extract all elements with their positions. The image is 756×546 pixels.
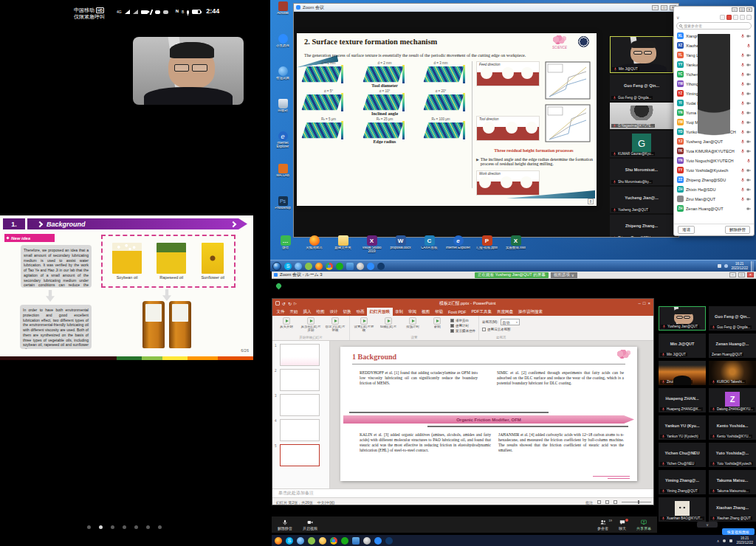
tab-insert[interactable]: 插入 bbox=[300, 308, 314, 316]
collapse-chevron-icon[interactable]: ∨ bbox=[676, 15, 679, 20]
dot-2-active[interactable] bbox=[99, 525, 103, 529]
taskbar-app-icon[interactable] bbox=[319, 537, 326, 545]
participant-search-input[interactable]: 搜索参会者 bbox=[676, 22, 752, 30]
desktop-icon-ie[interactable]: eInternet Explorer bbox=[272, 131, 294, 149]
tab-animations[interactable]: 动画 bbox=[354, 308, 367, 316]
tray-icon2[interactable] bbox=[729, 539, 732, 542]
grid-tile[interactable]: Xiaohan Zhang...Xiaohan Zhang @QUT bbox=[709, 497, 756, 522]
undo-icon[interactable]: ↺ bbox=[282, 301, 286, 306]
start-video-control[interactable]: 开启视频 bbox=[303, 519, 317, 531]
comments-button[interactable]: 批注 bbox=[585, 500, 593, 505]
hide-slide-button[interactable]: 隐藏幻灯片 bbox=[377, 317, 399, 334]
panel-close-button[interactable]: × bbox=[746, 7, 752, 12]
tab-review[interactable]: 审阅 bbox=[406, 308, 419, 316]
tab-baidu-pan[interactable]: 百度网盘 bbox=[494, 308, 515, 316]
reaction-clap-icon[interactable] bbox=[720, 15, 725, 20]
tab-slideshow-active[interactable]: 幻灯片放映 bbox=[367, 308, 393, 316]
redo-icon[interactable]: ↻ bbox=[288, 301, 292, 306]
taskbar-chrome-icon[interactable] bbox=[330, 537, 337, 545]
grid-collapse-chevron[interactable]: ∨ bbox=[697, 522, 718, 528]
taskbar-app-icon[interactable] bbox=[357, 263, 364, 270]
taskbar-chrome-icon[interactable] bbox=[326, 263, 333, 270]
from-current-slide-button[interactable]: 从当前幻灯片开始 bbox=[300, 317, 322, 334]
taskbar-photos-icon[interactable] bbox=[346, 263, 354, 270]
tray-icon-1[interactable] bbox=[718, 264, 721, 268]
raise-hand-icon[interactable] bbox=[733, 15, 738, 20]
chat-control[interactable]: 聊天 bbox=[619, 519, 626, 531]
desktop-icon-firefox[interactable]: 火狐浏览器 bbox=[300, 235, 328, 254]
sorter-view-icon[interactable] bbox=[605, 500, 609, 504]
record-button[interactable]: 录制 bbox=[426, 317, 448, 334]
ppt-slide[interactable]: 1 Background REDDYHOFF et al. [1] found … bbox=[340, 347, 637, 481]
dot-7[interactable] bbox=[158, 525, 162, 529]
thumbnail-4[interactable]: 4 bbox=[275, 419, 327, 441]
grid-tile[interactable]: Zenan Huang@...Zenan Huang@QUT bbox=[709, 334, 756, 358]
grid-tile-yusheng[interactable]: Yusheng Jian@QUT bbox=[659, 306, 706, 331]
grid-tile[interactable]: Huapeng ZHAN...Huapeng ZHANG@K... bbox=[659, 388, 706, 412]
strip-tile-guofeng[interactable]: Guo Feng @ Qin...Guo Feng @ Qingda... bbox=[610, 75, 673, 101]
taskbar-wechat-icon[interactable] bbox=[336, 263, 343, 270]
share-screen-control[interactable]: 共享屏幕 bbox=[636, 519, 651, 531]
reaction-more-icon[interactable] bbox=[746, 15, 752, 20]
taskbar-360-icon[interactable] bbox=[305, 263, 312, 270]
grid-tile[interactable]: Yiming Zhang@...Yiming Zhang@QUT bbox=[659, 470, 706, 494]
show-desktop-button[interactable] bbox=[751, 261, 754, 272]
tab-file[interactable]: 文件 bbox=[274, 308, 287, 316]
tab-foxit[interactable]: Foxit PDF bbox=[446, 308, 469, 316]
tray-icon[interactable] bbox=[723, 539, 726, 542]
panel-maximize-button[interactable]: □ bbox=[739, 7, 745, 12]
thumbnail-5-selected[interactable]: 5 bbox=[275, 444, 327, 466]
participant-row[interactable]: ZHZhixin He@SDU bbox=[674, 184, 754, 194]
minimize-button[interactable]: – bbox=[639, 301, 641, 305]
taskbar-wechat-icon[interactable] bbox=[341, 537, 348, 545]
presenter-view-checkbox[interactable]: 使用演示者视图 bbox=[482, 328, 520, 331]
grid-tile[interactable]: Yankun YU (Kyu...Yankun YU (Kyutech) bbox=[659, 415, 706, 440]
strip-tile-kumar[interactable]: GKUMAR Gaurav@Kyu... bbox=[610, 131, 673, 157]
panel-minimize-button[interactable]: – bbox=[732, 7, 738, 12]
strip-tile-zhipeng[interactable]: Zhipeng Zhang...Zhipeng Zhang@SDU bbox=[610, 215, 673, 237]
use-timings-checkbox[interactable]: 使用计时 bbox=[450, 324, 475, 328]
from-beginning-button[interactable]: 从头开始 bbox=[275, 317, 298, 334]
tray-chevron[interactable]: ∧ bbox=[717, 539, 720, 543]
tray-icon-2[interactable] bbox=[724, 264, 728, 268]
desktop-icon-excel-file[interactable]: X实验数据.xlsx bbox=[502, 235, 529, 254]
taskbar-zoom-icon[interactable] bbox=[367, 263, 374, 270]
participant-row[interactable]: ZHZenan Huang@QUT bbox=[674, 204, 754, 213]
dot-1[interactable] bbox=[87, 525, 91, 529]
notes-pane[interactable]: 单击此处添加备注 bbox=[272, 488, 654, 497]
taskbar-browser-icon[interactable] bbox=[295, 263, 302, 270]
slideshow-quick-icon[interactable]: ▷ bbox=[294, 301, 297, 305]
rehearse-timings-button[interactable]: 排练计时 bbox=[402, 317, 424, 334]
grid-tile-face-avatar[interactable]: Xuanhan BAO@KYUT... bbox=[659, 497, 706, 522]
unmute-control[interactable]: 解除静音 bbox=[278, 519, 292, 531]
dot-4[interactable] bbox=[123, 525, 126, 529]
thumbnail-3[interactable]: 3 bbox=[275, 394, 327, 416]
meeting2-titlebar[interactable]: Zoom 会议 - ルーム 3 正在观看 Yusheng Jian@QUT 的屏… bbox=[272, 272, 756, 279]
ppt-titlebar[interactable]: ↺↻▷ 模板2汇报.pptx - PowerPoint –□× bbox=[272, 299, 653, 308]
tab-transitions[interactable]: 切换 bbox=[340, 308, 354, 316]
tab-record[interactable]: 录制 bbox=[393, 308, 406, 316]
dot-3[interactable] bbox=[111, 525, 114, 529]
grid-tile[interactable]: Guo Feng @ Qin...Guo Feng @ Qingda... bbox=[709, 306, 756, 331]
strip-tile-shu[interactable]: Shu Moromisat...Shu Moromisato@ky... bbox=[610, 159, 673, 185]
desktop-icon-folder[interactable]: 新建文件夹 bbox=[329, 235, 357, 254]
desktop-icon-matlab[interactable]: MATLAB bbox=[272, 164, 294, 178]
desktop-icon-ps[interactable]: PsPhotoshop bbox=[272, 196, 294, 210]
restore-video-panel-button[interactable]: 恢复视频面板 bbox=[722, 528, 755, 535]
desktop-icon-dict[interactable]: 有道词典 bbox=[272, 66, 294, 80]
strip-tile-minji[interactable]: Min Ji@QUT bbox=[610, 36, 673, 73]
strip-tile-nagasima[interactable]: G Nagasima@KYUTE... bbox=[610, 103, 673, 129]
desktop-icon-recycle-bin[interactable]: 回收站 bbox=[272, 99, 294, 113]
desktop-icon-word-doc[interactable]: Wproposal.docx bbox=[387, 235, 414, 254]
participant-row[interactable]: Zirui Man@QUT bbox=[674, 194, 754, 204]
custom-slideshow-button[interactable]: 自定义幻灯片放映 bbox=[324, 317, 346, 334]
minimize-button[interactable]: – bbox=[729, 272, 736, 277]
strip-tile-yusheng[interactable]: Yucheng Jian@...Yusheng Jian@QUT bbox=[610, 187, 673, 213]
grid-tile[interactable]: Yuto Yoshida@...Yuto Yoshida@Kyutech bbox=[709, 443, 756, 467]
thumbnail-1[interactable]: 1 bbox=[275, 344, 327, 366]
maximize-button[interactable]: □ bbox=[738, 272, 745, 277]
grid-tile[interactable]: Takuma Matsu...Takuma Matsumoto... bbox=[709, 470, 756, 494]
play-narration-checkbox[interactable]: 播放旁白 bbox=[450, 319, 475, 322]
taskbar-clock[interactable]: 16:212023/12/22 bbox=[731, 262, 748, 270]
close-button[interactable]: × bbox=[747, 272, 754, 277]
